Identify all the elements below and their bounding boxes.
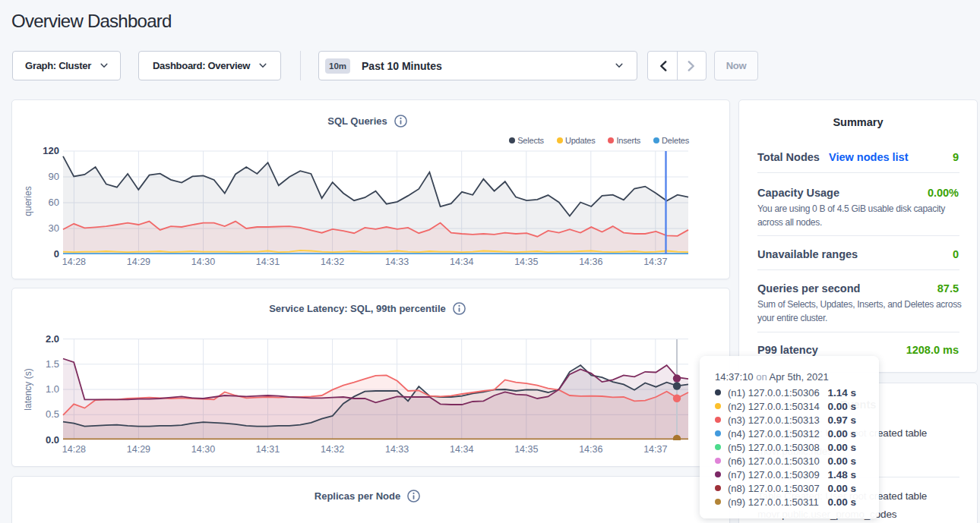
svg-text:14:34: 14:34 bbox=[450, 444, 473, 455]
svg-text:0.5: 0.5 bbox=[46, 408, 59, 420]
svg-text:14:33: 14:33 bbox=[385, 444, 409, 455]
svg-text:14:29: 14:29 bbox=[127, 444, 150, 455]
svg-text:14:37: 14:37 bbox=[643, 444, 667, 455]
svg-text:2.0: 2.0 bbox=[46, 333, 59, 345]
svg-text:14:32: 14:32 bbox=[321, 444, 344, 455]
svg-text:0.0: 0.0 bbox=[46, 434, 59, 446]
svg-text:14:30: 14:30 bbox=[191, 444, 215, 455]
svg-text:1.5: 1.5 bbox=[46, 358, 59, 370]
svg-text:14:35: 14:35 bbox=[514, 444, 538, 455]
svg-text:14:28: 14:28 bbox=[62, 444, 86, 455]
svg-text:14:31: 14:31 bbox=[256, 444, 280, 455]
svg-text:14:36: 14:36 bbox=[579, 444, 602, 455]
svg-text:latency (s): latency (s) bbox=[23, 368, 33, 410]
svg-text:1.0: 1.0 bbox=[46, 383, 59, 395]
